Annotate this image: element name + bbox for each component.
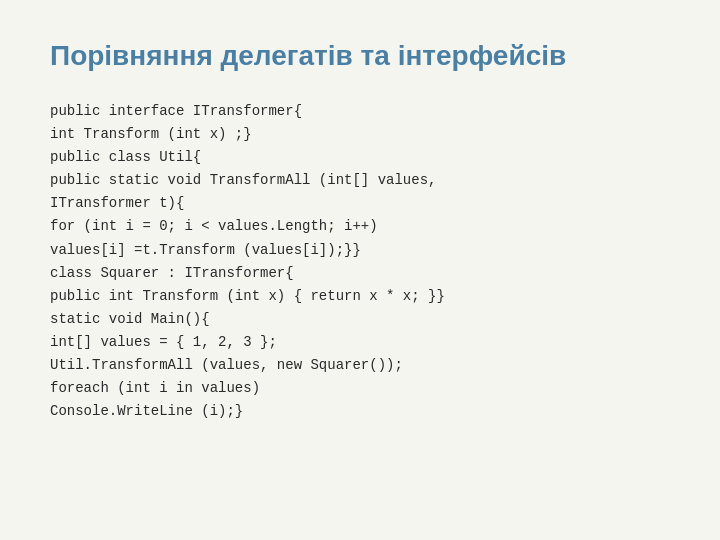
code-line: public class Util{: [50, 146, 670, 169]
code-line: int Transform (int x) ;}: [50, 123, 670, 146]
slide-container: Порівняння делегатів та інтерфейсів publ…: [0, 0, 720, 540]
code-line: ITransformer t){: [50, 192, 670, 215]
code-line: Util.TransformAll (values, new Squarer()…: [50, 354, 670, 377]
code-line: public interface ITransformer{: [50, 100, 670, 123]
code-line: class Squarer : ITransformer{: [50, 262, 670, 285]
code-line: static void Main(){: [50, 308, 670, 331]
code-block: public interface ITransformer{int Transf…: [50, 100, 670, 423]
code-line: Console.WriteLine (i);}: [50, 400, 670, 423]
code-line: public int Transform (int x) { return x …: [50, 285, 670, 308]
code-line: int[] values = { 1, 2, 3 };: [50, 331, 670, 354]
code-line: for (int i = 0; i < values.Length; i++): [50, 215, 670, 238]
slide-title: Порівняння делегатів та інтерфейсів: [50, 40, 670, 72]
code-line: values[i] =t.Transform (values[i]);}}: [50, 239, 670, 262]
code-line: public static void TransformAll (int[] v…: [50, 169, 670, 192]
code-line: foreach (int i in values): [50, 377, 670, 400]
